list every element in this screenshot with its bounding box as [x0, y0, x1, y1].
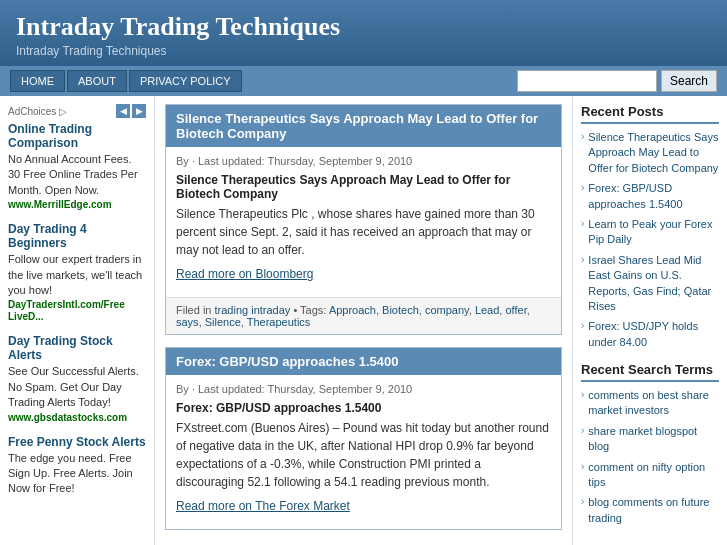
adchoices-bar: AdChoices ▷ ◀ ▶: [8, 104, 146, 118]
ad-item-3: Day Trading Stock Alerts See Our Success…: [8, 334, 146, 422]
recent-search-section: Recent Search Terms › comments on best s…: [581, 362, 719, 526]
ad-desc-1: No Annual Account Fees. 30 Free Online T…: [8, 152, 146, 198]
search-input[interactable]: [517, 70, 657, 92]
recent-post-link-4[interactable]: Israel Shares Lead Mid East Gains on U.S…: [588, 253, 719, 315]
ad-title-4[interactable]: Free Penny Stock Alerts: [8, 435, 146, 449]
arrow-icon-2: ›: [581, 182, 584, 193]
recent-post-3: › Learn to Peak your Forex Pip Daily: [581, 217, 719, 248]
post-1-body: By · Last updated: Thursday, September 9…: [166, 147, 561, 297]
post-1-read-more-link[interactable]: Read more on Bloomberg: [176, 267, 313, 281]
ad-desc-2: Follow our expert traders in the live ma…: [8, 252, 146, 298]
recent-search-link-2[interactable]: share market blogspot blog: [588, 424, 719, 455]
recent-search-link-3[interactable]: comment on nifty option tips: [588, 460, 719, 491]
nav-privacy[interactable]: PRIVACY POLICY: [129, 70, 242, 92]
nav-about[interactable]: ABOUT: [67, 70, 127, 92]
arrow-icon-3: ›: [581, 218, 584, 229]
post-1-filed-link[interactable]: trading intraday: [215, 304, 291, 316]
arrow-icon-4: ›: [581, 254, 584, 265]
search-area: Search: [517, 70, 717, 92]
ad-item-4: Free Penny Stock Alerts The edge you nee…: [8, 435, 146, 497]
site-subtitle: Intraday Trading Techniques: [16, 44, 711, 58]
post-1-tags: Filed in trading intraday • Tags: Approa…: [166, 297, 561, 334]
post-2: Forex: GBP/USD approaches 1.5400 By · La…: [165, 347, 562, 530]
main-layout: AdChoices ▷ ◀ ▶ Online Trading Compariso…: [0, 96, 727, 545]
sidebar-left: AdChoices ▷ ◀ ▶ Online Trading Compariso…: [0, 96, 155, 545]
recent-search-4: › blog comments on future trading: [581, 495, 719, 526]
recent-post-link-5[interactable]: Forex: USD/JPY holds under 84.00: [588, 319, 719, 350]
search-arrow-3: ›: [581, 461, 584, 472]
recent-search-link-4[interactable]: blog comments on future trading: [588, 495, 719, 526]
ad-item-2: Day Trading 4 Beginners Follow our exper…: [8, 222, 146, 322]
post-1-heading: Silence Therapeutics Says Approach May L…: [176, 173, 551, 201]
recent-post-1: › Silence Therapeutics Says Approach May…: [581, 130, 719, 176]
recent-search-1: › comments on best share market investor…: [581, 388, 719, 419]
post-2-meta: By · Last updated: Thursday, September 9…: [176, 383, 551, 395]
arrow-icon-5: ›: [581, 320, 584, 331]
post-2-text: FXstreet.com (Buenos Aires) – Pound was …: [176, 419, 551, 491]
recent-post-link-2[interactable]: Forex: GBP/USD approaches 1.5400: [588, 181, 719, 212]
recent-post-link-3[interactable]: Learn to Peak your Forex Pip Daily: [588, 217, 719, 248]
post-1-text: Silence Therapeutics Plc , whose shares …: [176, 205, 551, 259]
ad-title-2[interactable]: Day Trading 4 Beginners: [8, 222, 87, 250]
post-1-meta: By · Last updated: Thursday, September 9…: [176, 155, 551, 167]
ad-next-button[interactable]: ▶: [132, 104, 146, 118]
nav-home[interactable]: HOME: [10, 70, 65, 92]
post-2-read-more-link[interactable]: Read more on The Forex Market: [176, 499, 350, 513]
search-arrow-1: ›: [581, 389, 584, 400]
post-1: Silence Therapeutics Says Approach May L…: [165, 104, 562, 335]
nav-links: HOME ABOUT PRIVACY POLICY: [10, 70, 242, 92]
arrow-icon-1: ›: [581, 131, 584, 142]
post-1-tag-offer[interactable]: offer: [505, 304, 526, 316]
recent-post-2: › Forex: GBP/USD approaches 1.5400: [581, 181, 719, 212]
recent-post-5: › Forex: USD/JPY holds under 84.00: [581, 319, 719, 350]
recent-post-link-1[interactable]: Silence Therapeutics Says Approach May L…: [588, 130, 719, 176]
ad-link-3[interactable]: www.gbsdatastocks.com: [8, 412, 127, 423]
post-1-tag-lead[interactable]: Lead: [475, 304, 499, 316]
post-1-title-bar: Silence Therapeutics Says Approach May L…: [166, 105, 561, 147]
adchoices-label: AdChoices ▷: [8, 106, 67, 117]
post-1-read-more: Read more on Bloomberg: [176, 265, 551, 283]
post-1-tag-approach[interactable]: Approach: [329, 304, 376, 316]
post-1-tag-silence[interactable]: Silence: [205, 316, 241, 328]
search-arrow-4: ›: [581, 496, 584, 507]
recent-post-4: › Israel Shares Lead Mid East Gains on U…: [581, 253, 719, 315]
content-area: Silence Therapeutics Says Approach May L…: [155, 96, 572, 545]
search-button[interactable]: Search: [661, 70, 717, 92]
ad-title-3[interactable]: Day Trading Stock Alerts: [8, 334, 113, 362]
ad-desc-4: The edge you need. Free Sign Up. Free Al…: [8, 451, 146, 497]
recent-search-3: › comment on nifty option tips: [581, 460, 719, 491]
ad-desc-3: See Our Successful Alerts. No Spam. Get …: [8, 364, 146, 410]
post-2-title-bar: Forex: GBP/USD approaches 1.5400: [166, 348, 561, 375]
post-2-body: By · Last updated: Thursday, September 9…: [166, 375, 561, 529]
post-2-read-more: Read more on The Forex Market: [176, 497, 551, 515]
ad-prev-button[interactable]: ◀: [116, 104, 130, 118]
recent-search-title: Recent Search Terms: [581, 362, 719, 382]
post-1-tag-biotech[interactable]: Biotech: [382, 304, 419, 316]
navbar: HOME ABOUT PRIVACY POLICY Search: [0, 66, 727, 96]
post-1-tag-therapeutics[interactable]: Therapeutics: [247, 316, 311, 328]
post-2-heading: Forex: GBP/USD approaches 1.5400: [176, 401, 551, 415]
adchoices-nav: ◀ ▶: [116, 104, 146, 118]
post-1-tag-company[interactable]: company: [425, 304, 469, 316]
page-header: Intraday Trading Techniques Intraday Tra…: [0, 0, 727, 66]
post-2-title-link[interactable]: Forex: GBP/USD approaches 1.5400: [176, 354, 399, 369]
ad-title-1[interactable]: Online Trading Comparison: [8, 122, 92, 150]
site-title: Intraday Trading Techniques: [16, 12, 711, 42]
post-1-tag-says[interactable]: says: [176, 316, 199, 328]
search-arrow-2: ›: [581, 425, 584, 436]
ad-link-2[interactable]: DayTradersIntl.com/Free LiveD...: [8, 299, 125, 322]
ad-link-1[interactable]: www.MerrillEdge.com: [8, 199, 112, 210]
sidebar-right: Recent Posts › Silence Therapeutics Says…: [572, 96, 727, 545]
ad-item-1: Online Trading Comparison No Annual Acco…: [8, 122, 146, 210]
recent-search-link-1[interactable]: comments on best share market investors: [588, 388, 719, 419]
recent-search-2: › share market blogspot blog: [581, 424, 719, 455]
recent-posts-title: Recent Posts: [581, 104, 719, 124]
post-1-title-link[interactable]: Silence Therapeutics Says Approach May L…: [176, 111, 538, 141]
